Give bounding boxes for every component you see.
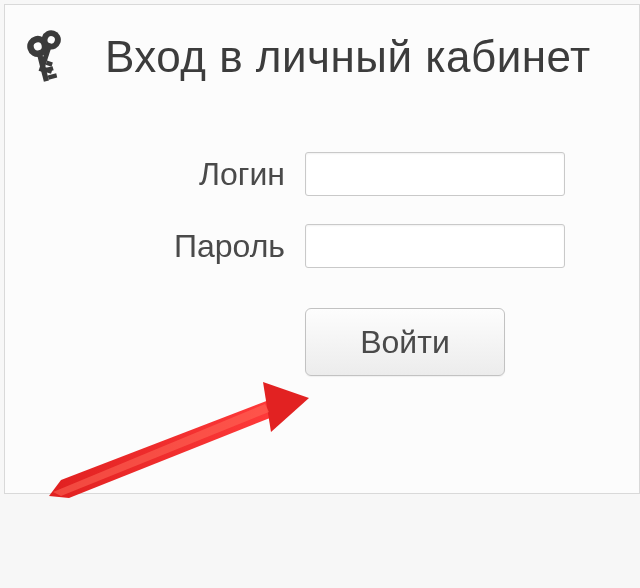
password-label: Пароль [5, 228, 305, 265]
svg-marker-11 [263, 382, 309, 432]
login-row: Логин [5, 152, 639, 196]
login-label: Логин [5, 156, 305, 193]
password-row: Пароль [5, 224, 639, 268]
login-button[interactable]: Войти [305, 308, 505, 376]
svg-marker-12 [53, 404, 269, 496]
svg-rect-9 [48, 73, 58, 79]
panel-header: Вход в личный кабинет [5, 5, 639, 97]
svg-rect-8 [46, 66, 54, 72]
annotation-arrow-icon [39, 370, 319, 500]
page-title: Вход в личный кабинет [105, 32, 591, 82]
keys-icon [23, 27, 83, 87]
svg-marker-10 [49, 400, 275, 498]
form-actions: Войти [5, 308, 639, 376]
svg-rect-3 [46, 61, 53, 67]
login-form: Логин Пароль Войти [5, 152, 639, 376]
login-input[interactable] [305, 152, 565, 196]
login-panel: Вход в личный кабинет Логин Пароль Войти [4, 4, 640, 494]
password-input[interactable] [305, 224, 565, 268]
